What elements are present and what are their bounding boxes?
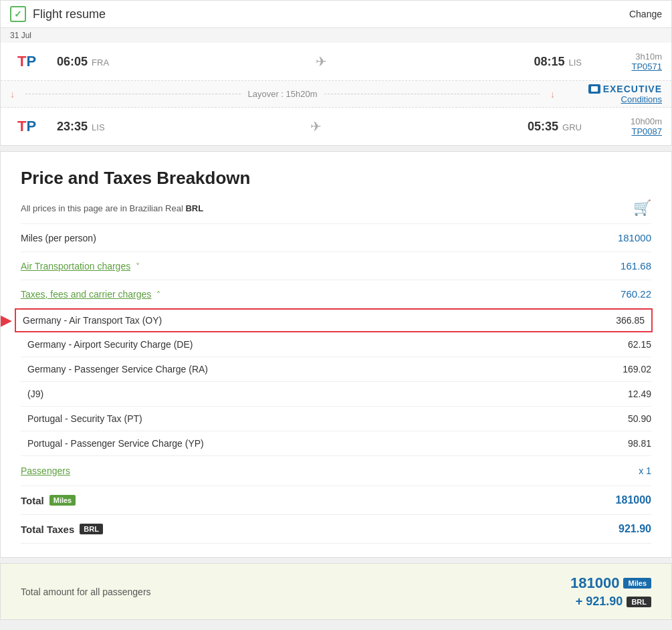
subrow-germany-air-transport: Germany - Air Transport Tax (OY) 366.85 bbox=[15, 308, 653, 332]
passengers-value: x 1 bbox=[639, 465, 651, 476]
total-miles-label-area: Total Miles bbox=[21, 495, 76, 506]
flight-info-right-1: 3h10m TP0571 bbox=[582, 51, 662, 72]
red-arrow-icon: ▶ bbox=[1, 312, 12, 329]
subrow-germany-passenger-service: Germany - Passenger Service Charge (RA) … bbox=[21, 357, 651, 382]
arrive-airport-2: GRU bbox=[562, 122, 582, 132]
footer-total-section: Total amount for all passengers 181000 M… bbox=[0, 563, 672, 620]
change-button[interactable]: Change bbox=[629, 9, 662, 19]
flight-num-link-1[interactable]: TP0571 bbox=[631, 62, 662, 72]
flight-num-link-2[interactable]: TP0087 bbox=[631, 126, 662, 136]
logo-p-2: P bbox=[26, 118, 36, 134]
depart-block-1: 06:05 FRA bbox=[57, 55, 109, 69]
miles-value: 181000 bbox=[618, 232, 651, 243]
subrow-label-3: (J9) bbox=[27, 389, 43, 399]
arrive-block-1: 08:15 LIS bbox=[534, 55, 582, 69]
total-taxes-label-area: Total Taxes BRL bbox=[21, 524, 103, 535]
subrow-label-0: Germany - Air Transport Tax (OY) bbox=[23, 315, 162, 326]
subrow-value-3: 12.49 bbox=[628, 389, 651, 399]
depart-time-1: 06:05 bbox=[57, 55, 88, 69]
total-taxes-value: 921.90 bbox=[619, 523, 651, 535]
flight-resume-header: ✓ Flight resume Change bbox=[1, 1, 671, 28]
flight-row-1: TP 06:05 FRA ✈ 08:15 LIS 3h10m TP0571 bbox=[1, 43, 671, 80]
arrive-time-1: 08:15 bbox=[534, 55, 564, 69]
depart-airport-2: LIS bbox=[92, 122, 105, 132]
taxes-fees-link[interactable]: Taxes, fees and carrier charges bbox=[21, 289, 151, 300]
cart-icon: 🛒 bbox=[633, 199, 651, 217]
layover-arrow-right: ↓ bbox=[550, 89, 555, 100]
layover-text: Layover : 15h20m bbox=[247, 89, 317, 99]
subrow-portugal-passenger: Portugal - Passenger Service Charge (YP)… bbox=[21, 431, 651, 456]
currency-note-text: All prices in this page are in Brazilian… bbox=[21, 203, 183, 213]
depart-time-2: 23:35 bbox=[57, 120, 88, 134]
flight-times-1: 06:05 FRA ✈ 08:15 LIS bbox=[43, 54, 582, 70]
price-breakdown-title: Price and Taxes Breakdown bbox=[21, 168, 651, 189]
executive-icon-inner bbox=[591, 86, 598, 92]
miles-row: Miles (per person) 181000 bbox=[21, 224, 651, 252]
total-miles-value: 181000 bbox=[616, 494, 651, 506]
total-miles-label: Total bbox=[21, 495, 44, 506]
air-transportation-row[interactable]: Air Transportation charges ˅ 161.68 bbox=[21, 252, 651, 280]
logo-p: P bbox=[26, 53, 36, 70]
flight-times-2: 23:35 LIS ✈ 05:35 GRU bbox=[43, 118, 582, 134]
flight-resume-title: Flight resume bbox=[33, 7, 106, 21]
arrive-block-2: 05:35 GRU bbox=[528, 120, 582, 134]
subrow-portugal-security: Portugal - Security Tax (PT) 50.90 bbox=[21, 407, 651, 431]
footer-amounts: 181000 Miles + 921.90 BRL bbox=[570, 574, 651, 609]
date-label: 31 Jul bbox=[1, 28, 671, 43]
flight-resume-title-area: ✓ Flight resume bbox=[10, 6, 106, 22]
layover-dashed-line-right bbox=[324, 94, 540, 94]
price-breakdown-subtitle: All prices in this page are in Brazilian… bbox=[21, 199, 651, 224]
footer-brl-value: + 921.90 bbox=[576, 595, 623, 609]
arrive-airport-1: LIS bbox=[568, 58, 582, 68]
flight-duration-2: 10h00m bbox=[631, 116, 662, 126]
layover-dashed-line-left bbox=[25, 94, 241, 94]
taxes-fees-value: 760.22 bbox=[621, 288, 651, 300]
flight-resume-section: ✓ Flight resume Change 31 Jul TP 06:05 F… bbox=[0, 0, 672, 146]
subrow-label-1: Germany - Airport Security Charge (DE) bbox=[27, 339, 193, 350]
plane-icon-1: ✈ bbox=[109, 54, 534, 70]
executive-badge: EXECUTIVE Conditions bbox=[555, 84, 662, 104]
subrow-label-5: Portugal - Passenger Service Charge (YP) bbox=[27, 438, 204, 449]
price-breakdown-section: Price and Taxes Breakdown All prices in … bbox=[0, 151, 672, 558]
subrow-value-2: 169.02 bbox=[623, 364, 651, 375]
air-transportation-value: 161.68 bbox=[621, 260, 651, 272]
air-transportation-label: Air Transportation charges ˅ bbox=[21, 261, 140, 272]
depart-block-2: 23:35 LIS bbox=[57, 120, 105, 134]
air-transportation-expand-icon: ˅ bbox=[136, 262, 140, 272]
passengers-label: Passengers bbox=[21, 465, 70, 476]
miles-label: Miles (per person) bbox=[21, 233, 96, 243]
layover-arrow-left: ↓ bbox=[10, 89, 15, 100]
currency-note: All prices in this page are in Brazilian… bbox=[21, 203, 203, 213]
taxes-fees-row[interactable]: Taxes, fees and carrier charges ˄ 760.22 bbox=[21, 280, 651, 308]
subrow-value-1: 62.15 bbox=[628, 339, 651, 350]
passengers-row: Passengers x 1 bbox=[21, 456, 651, 486]
executive-icon bbox=[588, 84, 600, 94]
brl-badge: BRL bbox=[80, 524, 103, 534]
airline-logo-2: TP bbox=[10, 116, 43, 137]
arrive-time-2: 05:35 bbox=[528, 120, 558, 134]
conditions-link[interactable]: Conditions bbox=[621, 94, 662, 104]
air-transportation-link[interactable]: Air Transportation charges bbox=[21, 261, 130, 272]
flight-duration-1: 3h10m bbox=[635, 51, 662, 62]
depart-airport-1: FRA bbox=[92, 58, 109, 68]
taxes-fees-expand-icon: ˄ bbox=[156, 290, 160, 300]
footer-miles-line: 181000 Miles bbox=[570, 574, 651, 592]
executive-text: EXECUTIVE bbox=[603, 84, 662, 94]
logo-t-2: T bbox=[17, 118, 26, 134]
logo-t: T bbox=[17, 53, 26, 70]
subrow-label-2: Germany - Passenger Service Charge (RA) bbox=[27, 364, 208, 375]
total-taxes-row: Total Taxes BRL 921.90 bbox=[21, 515, 651, 544]
footer-label: Total amount for all passengers bbox=[21, 587, 151, 597]
footer-brl-line: + 921.90 BRL bbox=[576, 595, 651, 609]
subrow-j9: (J9) 12.49 bbox=[21, 382, 651, 407]
total-miles-row: Total Miles 181000 bbox=[21, 486, 651, 515]
tap-logo-2: TP bbox=[13, 116, 41, 137]
flight-info-right-2: 10h00m TP0087 bbox=[582, 116, 662, 136]
tap-logo-1: TP bbox=[13, 51, 41, 72]
plane-icon-2: ✈ bbox=[105, 118, 528, 134]
subrow-label-4: Portugal - Security Tax (PT) bbox=[27, 413, 142, 424]
footer-miles-value: 181000 bbox=[570, 574, 619, 592]
currency-code: BRL bbox=[185, 203, 203, 213]
flight-row-2: TP 23:35 LIS ✈ 05:35 GRU 10h00m TP0087 bbox=[1, 108, 671, 145]
highlighted-row-wrapper: ▶ Germany - Air Transport Tax (OY) 366.8… bbox=[21, 308, 651, 332]
